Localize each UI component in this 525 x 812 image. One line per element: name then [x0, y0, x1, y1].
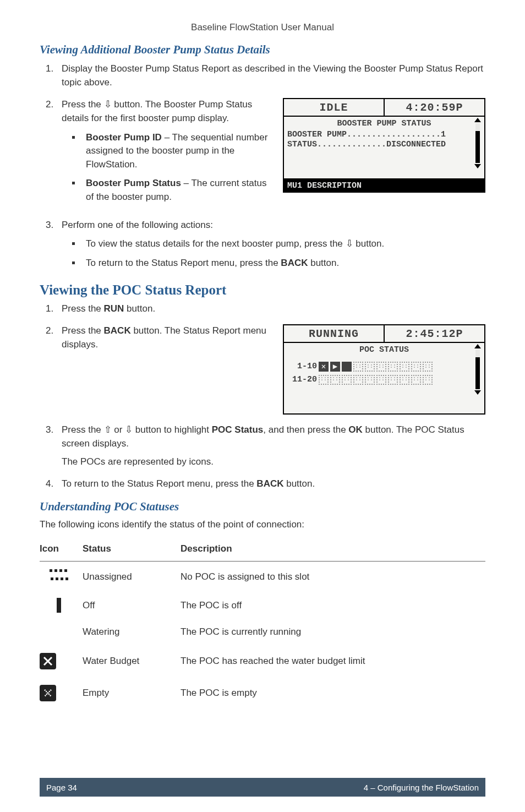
status-cell: Unassigned [83, 562, 181, 592]
status-cell: Water Budget [83, 645, 181, 677]
poc-icon-empty [319, 375, 329, 385]
label-booster-pump-id: Booster Pump ID [86, 132, 162, 143]
scroll-down-icon [474, 164, 481, 168]
step-3-bullet-back: To return to the Status Report menu, pre… [81, 257, 485, 270]
back-button-label: BACK [281, 258, 308, 268]
back-button-label: BACK [104, 325, 131, 336]
lcd-subtitle: POC STATUS [284, 343, 484, 356]
lcd-scrollbar [473, 344, 482, 404]
poc-s3-mid: button to highlight [133, 424, 212, 435]
arrow-down-icon: ⇩ [125, 424, 133, 435]
th-icon: Icon [40, 538, 83, 562]
table-row: Empty The POC is empty [40, 677, 485, 709]
poc-s1-pre: Press the [62, 303, 104, 314]
desc-cell: The POC is currently running [181, 619, 485, 645]
lcd-row-1: BOOSTER PUMP...................1 [287, 130, 469, 140]
poc-icon-empty [411, 362, 421, 372]
scroll-down-icon [474, 390, 481, 395]
desc-cell: The POC is off [181, 592, 485, 619]
heading-poc-statuses: Understanding POC Statuses [40, 500, 485, 514]
step-2-text-pre: Press the [62, 99, 104, 110]
poc-row-2-label: 11-20 [289, 374, 317, 386]
poc-row-1-label: 1-10 [289, 361, 317, 373]
desc-cell: No POC is assigned to this slot [181, 562, 485, 592]
poc-s4-post: button. [283, 478, 315, 489]
poc-statuses-intro: The following icons identify the status … [40, 519, 485, 530]
status-cell: Watering [83, 619, 181, 645]
poc-step-1: Press the RUN button. [56, 302, 485, 316]
th-desc: Description [181, 538, 485, 562]
footer-chapter: 4 – Configuring the FlowStation [364, 783, 479, 792]
poc-icon-budget: ✕ [319, 362, 329, 372]
status-cell: Empty [83, 677, 181, 709]
poc-icon-empty [353, 375, 363, 385]
heading-poc-status: Viewing the POC Status Report [40, 282, 485, 298]
poc-icon-empty [330, 375, 340, 385]
lcd-poc-status: RUNNING 2:45:12P POC STATUS 1-10 ✕ ▶ [283, 324, 485, 415]
poc-s3-mid2: , and then press the [263, 424, 348, 435]
heading-booster-details: Viewing Additional Booster Pump Status D… [40, 43, 485, 57]
poc-step-3: Press the ⇧ or ⇩ button to highlight POC… [56, 423, 485, 468]
off-icon [57, 598, 61, 613]
arrow-down-icon: ⇩ [346, 238, 353, 249]
svg-point-0 [47, 660, 49, 662]
poc-icon-empty [423, 375, 433, 385]
arrow-down-icon: ⇩ [104, 99, 112, 110]
step-3-text: Perform one of the following actions: [62, 220, 213, 230]
table-row: Unassigned No POC is assigned to this sl… [40, 562, 485, 592]
arrow-up-icon: ⇧ [104, 424, 112, 435]
table-row: Off The POC is off [40, 592, 485, 619]
poc-step-4: To return to the Status Report menu, pre… [56, 477, 485, 491]
poc-icon-empty [388, 375, 398, 385]
step-1: Display the Booster Pump Status Report a… [56, 62, 485, 89]
lcd-booster-status: IDLE 4:20:59P BOOSTER PUMP STATUS BOOSTE… [283, 98, 485, 193]
page-footer: Page 34 4 – Configuring the FlowStation [40, 778, 485, 797]
step-2-bullet-id: Booster Pump ID – The sequential number … [81, 131, 273, 172]
lcd-time: 2:45:12P [385, 325, 484, 342]
poc-s3-or: or [112, 424, 125, 435]
poc-s3-note: The POCs are represented by icons. [62, 455, 485, 469]
scroll-up-icon [474, 118, 481, 122]
footer-page: Page 34 [46, 783, 77, 792]
poc-icon-empty [353, 362, 363, 372]
lcd-mode: IDLE [284, 99, 385, 116]
table-row: Water Budget The POC has reached the wat… [40, 645, 485, 677]
unassigned-icon [50, 569, 68, 585]
table-row: Watering The POC is currently running [40, 619, 485, 645]
scroll-up-icon [474, 344, 481, 348]
step-2-bullet-status: Booster Pump Status – The current status… [81, 177, 273, 204]
lcd-scrollbar [473, 118, 482, 177]
lcd-mode: RUNNING [284, 325, 385, 342]
poc-step-2: Press the BACK button. The Status Report… [56, 324, 485, 415]
step-3-bullet-next: To view the status details for the next … [81, 237, 485, 251]
step-2: Press the ⇩ button. The Booster Pump Sta… [56, 98, 485, 209]
label-booster-pump-status: Booster Pump Status [86, 178, 181, 188]
poc-icon-empty [423, 362, 433, 372]
lcd-time: 4:20:59P [385, 99, 484, 116]
desc-cell: The POC is empty [181, 677, 485, 709]
lcd-subtitle: BOOSTER PUMP STATUS [284, 117, 484, 130]
text-next-pre: To view the status details for the next … [86, 238, 346, 249]
poc-s2-pre: Press the [62, 325, 104, 336]
poc-icon-empty [365, 362, 375, 372]
th-status: Status [83, 538, 181, 562]
poc-icon-empty [376, 375, 386, 385]
poc-icon-empty [400, 375, 409, 385]
poc-icon-empty [411, 375, 421, 385]
status-cell: Off [83, 592, 181, 619]
poc-icon-empty [400, 362, 409, 372]
poc-icon-empty [388, 362, 398, 372]
running-head: Baseline FlowStation User Manual [40, 22, 485, 33]
lcd-footer: MU1 DESCRIPTION [284, 178, 484, 193]
back-button-label: BACK [256, 478, 283, 489]
poc-s3-pre: Press the [62, 424, 104, 435]
poc-status-table: Icon Status Description Unassigned No PO… [40, 538, 485, 709]
text-back-pre: To return to the Status Report menu, pre… [86, 258, 281, 268]
step-3: Perform one of the following actions: To… [56, 219, 485, 270]
text-next-post: button. [353, 238, 385, 249]
poc-icon-empty [342, 375, 352, 385]
empty-icon [40, 685, 56, 701]
water-budget-icon [40, 653, 56, 669]
ok-button-label: OK [348, 424, 363, 435]
run-button-label: RUN [104, 303, 124, 314]
